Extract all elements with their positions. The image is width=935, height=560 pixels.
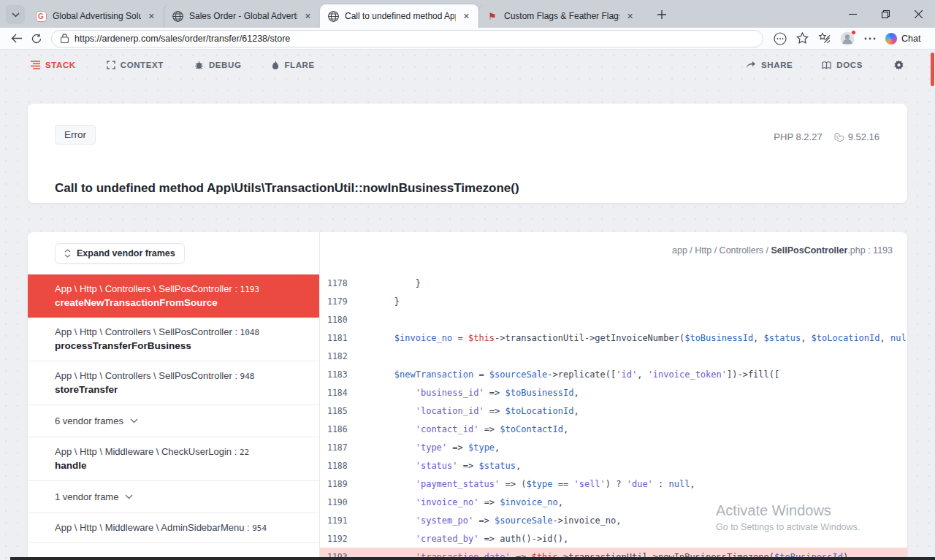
laravel-icon	[834, 132, 844, 142]
sidebar-search-icon[interactable]	[774, 32, 787, 45]
code-line: 1178 }	[320, 274, 907, 292]
stack-frame[interactable]: App \ Http \ Middleware \ AdminSidebarMe…	[28, 513, 319, 543]
nav-tab-context[interactable]: CONTEXT	[107, 61, 164, 69]
code-text: }	[352, 278, 421, 288]
nav-tab-label: DEBUG	[209, 61, 242, 69]
minimize-button[interactable]	[836, 0, 869, 28]
refresh-button[interactable]	[26, 29, 47, 48]
framework-version: 9.52.16	[834, 131, 879, 142]
code-text: 'invoice_no' => $invoice_no,	[352, 497, 563, 507]
tab-close-button[interactable]: ✕	[624, 10, 636, 23]
profile-avatar[interactable]	[840, 31, 855, 46]
browser-tab[interactable]: GGlobal Advertising Solutions✕	[28, 4, 164, 28]
horizontal-scrollbar[interactable]	[10, 557, 935, 560]
url-bar[interactable]: https://ardenerp.com/sales/order/transfe…	[51, 30, 763, 47]
expand-vendor-frames-label: Expand vendor frames	[77, 248, 175, 258]
line-number: 1189	[320, 479, 352, 489]
debug-icon	[194, 61, 204, 69]
code-line: 1186 'contact_id' => $toContactId,	[320, 420, 907, 438]
context-icon	[107, 61, 115, 69]
file-breadcrumb: app / Http / Controllers / SellPosContro…	[672, 245, 893, 256]
frame-class-path: App \ Http \ Controllers \ SellPosContro…	[55, 370, 240, 381]
line-number: 1182	[320, 351, 352, 361]
tab-title: Call to undefined method App\Uti	[345, 11, 456, 21]
line-number: 1187	[320, 442, 352, 453]
copilot-chat-button[interactable]: Chat	[885, 33, 920, 45]
code-line: 1189 'payment_status' => ($type == 'sell…	[320, 475, 907, 493]
chevron-down-icon	[12, 12, 20, 18]
lock-icon	[61, 34, 69, 43]
frame-line-number: 954	[252, 523, 267, 533]
frame-list: App \ Http \ Controllers \ SellPosContro…	[28, 275, 319, 543]
tab-close-button[interactable]: ✕	[145, 10, 158, 23]
restore-button[interactable]	[869, 0, 902, 28]
expand-row: Expand vendor frames	[28, 232, 319, 275]
docs-button[interactable]: DOCS	[822, 61, 863, 70]
code-text: }	[352, 296, 400, 307]
line-number: 1178	[320, 278, 352, 288]
favorites-star-icon[interactable]	[796, 32, 809, 45]
code-text: 'location_id' => $toLocationId,	[352, 406, 579, 416]
globe-favicon	[172, 10, 183, 22]
line-number: 1186	[320, 424, 352, 434]
error-message-title: Call to undefined method App\Utils\Trans…	[55, 181, 519, 196]
code-line: 1188 'status' => $status,	[320, 456, 907, 475]
stack-frame[interactable]: App \ Http \ Middleware \ CheckUserLogin…	[28, 437, 319, 481]
tab-search-button[interactable]	[6, 5, 25, 24]
browser-tab[interactable]: ⚑Custom Flags & Feather Flags | St✕	[478, 4, 648, 28]
nav-tab-debug[interactable]: DEBUG	[194, 61, 242, 69]
url-text[interactable]: https://ardenerp.com/sales/order/transfe…	[75, 34, 290, 44]
code-text: 'status' => $status,	[352, 461, 521, 471]
tab-title: Custom Flags & Feather Flags | St	[504, 11, 619, 21]
close-button[interactable]	[902, 0, 935, 28]
tab-title: Sales Order - Global Advertising S	[189, 11, 297, 21]
stack-frame[interactable]: App \ Http \ Controllers \ SellPosContro…	[28, 318, 319, 361]
browser-tab[interactable]: Call to undefined method App\Uti✕	[320, 4, 478, 28]
collections-icon[interactable]	[818, 32, 831, 45]
code-text: 'business_id' => $toBusinessId,	[352, 388, 579, 398]
docs-icon	[822, 61, 831, 70]
chevron-down-icon	[125, 494, 133, 499]
page-scrollbar-thumb[interactable]	[931, 53, 934, 86]
code-line: 1183 $newTransaction = $sourceSale->repl…	[320, 365, 907, 383]
settings-gear-button[interactable]	[893, 60, 904, 71]
nav-tab-label: CONTEXT	[121, 61, 164, 69]
error-summary-card: Error PHP 8.2.27 9.52.16 Call to undefin…	[28, 104, 907, 203]
toolbar-icons: Chat	[774, 31, 920, 46]
code-text: 'type' => $type,	[352, 442, 500, 453]
chevron-down-icon	[130, 418, 138, 423]
line-number: 1188	[320, 461, 352, 471]
tab-close-button[interactable]: ✕	[302, 10, 314, 23]
ignition-actions: SHAREDOCS	[746, 60, 904, 71]
stack-frame[interactable]: App \ Http \ Controllers \ SellPosContro…	[28, 361, 319, 405]
frame-method-name: processTransferForBusiness	[55, 340, 292, 351]
watermark-title: Activate Windows	[716, 502, 860, 519]
nav-tab-stack[interactable]: STACK	[31, 61, 76, 69]
code-text: 'contact_id' => $toContactId,	[352, 424, 568, 434]
stack-frame[interactable]: App \ Http \ Controllers \ SellPosContro…	[28, 275, 319, 318]
frame-class-path: App \ Http \ Middleware \ CheckUserLogin…	[55, 446, 240, 457]
back-button[interactable]	[6, 29, 26, 48]
settings-menu-icon[interactable]	[864, 37, 876, 40]
line-number: 1192	[320, 534, 352, 544]
flare-icon	[272, 61, 279, 70]
browser-tab[interactable]: Sales Order - Global Advertising S✕	[164, 4, 320, 28]
share-button[interactable]: SHARE	[746, 61, 793, 69]
frame-method-name: createNewTransactionFromSource	[55, 297, 292, 308]
watermark-subtitle: Go to Settings to activate Windows.	[716, 522, 860, 532]
vendor-frames-label: 6 vendor frames	[55, 415, 123, 426]
version-badges: PHP 8.2.27 9.52.16	[774, 131, 879, 142]
flag-favicon: ⚑	[486, 10, 498, 22]
browser-window: GGlobal Advertising Solutions✕Sales Orde…	[0, 0, 935, 560]
expand-vendor-frames-button[interactable]: Expand vendor frames	[55, 243, 185, 264]
code-text: $newTransaction = $sourceSale->replicate…	[352, 369, 779, 380]
vendor-frames-toggle[interactable]: 1 vendor frame	[28, 481, 319, 513]
frame-class-path: App \ Http \ Controllers \ SellPosContro…	[55, 283, 240, 294]
copilot-chat-label: Chat	[901, 34, 920, 44]
nav-tab-flare[interactable]: FLARE	[272, 61, 314, 70]
line-number: 1191	[320, 515, 352, 526]
vendor-frames-toggle[interactable]: 6 vendor frames	[28, 405, 319, 437]
frame-path: App \ Http \ Middleware \ AdminSidebarMe…	[55, 522, 292, 533]
new-tab-button[interactable]	[652, 5, 671, 24]
tab-close-button[interactable]: ✕	[460, 10, 473, 23]
